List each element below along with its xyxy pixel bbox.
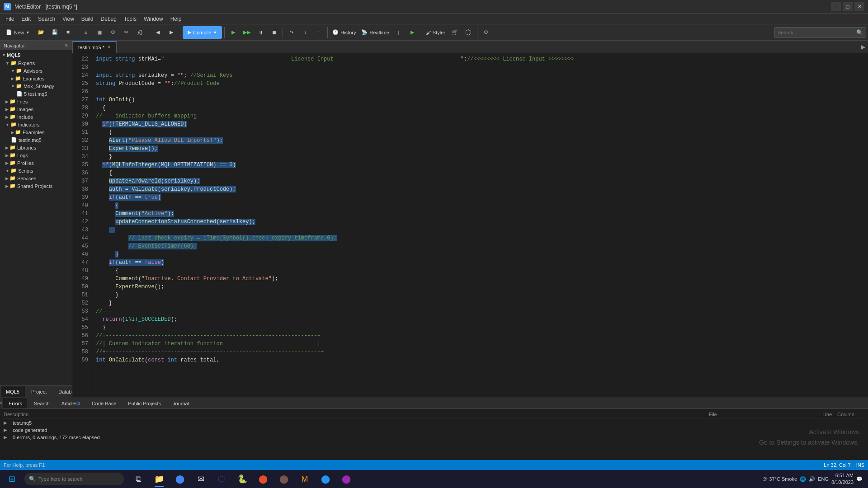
tab-codebase[interactable]: Code Base: [86, 398, 122, 408]
menu-build[interactable]: Build: [78, 15, 97, 23]
styler-button[interactable]: 🖌 Styler: [424, 26, 448, 39]
log-entry-1[interactable]: ▶ test.mq5: [4, 419, 864, 427]
new-button[interactable]: 📄 New ▼: [2, 26, 34, 39]
tab-scroll-arrow[interactable]: ▶: [859, 41, 868, 53]
run-button[interactable]: ▶: [227, 26, 240, 39]
nav-item-services[interactable]: ▶ 📁 Services: [0, 174, 72, 182]
system-clock[interactable]: 6:51 AM 8/10/2023: [831, 472, 854, 486]
tab-public-projects[interactable]: Public Projects: [122, 398, 167, 408]
nav-item-experts[interactable]: ▼ 📁 Experts: [0, 59, 72, 67]
menu-tools[interactable]: Tools: [120, 15, 140, 23]
keyboard-layout[interactable]: ENG: [818, 476, 829, 482]
nav-item-include[interactable]: ▶ 📁 Include: [0, 113, 72, 121]
nav-forward-button[interactable]: ▶: [165, 26, 178, 39]
properties-button[interactable]: ⚙: [480, 26, 492, 39]
taskbar-python[interactable]: 🐍: [232, 470, 252, 488]
toolbar-search[interactable]: 🔍: [774, 27, 866, 38]
save-button[interactable]: 💾: [48, 26, 61, 39]
minimize-button[interactable]: ─: [831, 2, 841, 11]
navigator: Navigator ✕ ▼ MQL5 ▼ 📁 Experts ▼ 📁 Advis…: [0, 41, 72, 397]
action-btn-1[interactable]: ⚙: [107, 26, 119, 39]
nav-item-testin[interactable]: 📄 testin.mq5: [0, 136, 72, 144]
notification-icon[interactable]: 💬: [856, 476, 863, 482]
stop-button[interactable]: ⏹: [268, 26, 280, 39]
tab-close-icon[interactable]: ✕: [107, 45, 111, 50]
taskbar-app3[interactable]: M: [295, 470, 315, 488]
nav-item-mox[interactable]: ▼ 📁 Mox_Strategy: [0, 82, 72, 90]
menu-debug[interactable]: Debug: [97, 15, 120, 23]
navigator-close[interactable]: ✕: [64, 42, 68, 48]
volume-icon: 🔊: [809, 476, 815, 482]
function-btn[interactable]: 𝑓(): [134, 26, 146, 39]
nav-back-button[interactable]: ◀: [151, 26, 164, 39]
menu-file[interactable]: File: [2, 15, 18, 23]
close-file-button[interactable]: ✖: [62, 26, 75, 39]
compile-button[interactable]: ▶ Compile ▼: [183, 26, 222, 39]
tab-errors[interactable]: Errors: [3, 398, 28, 408]
menu-help[interactable]: Help: [167, 15, 185, 23]
nav-item-profiles[interactable]: ▶ 📁 Profiles: [0, 159, 72, 167]
weather-info[interactable]: 🌫 37°C Smoke: [763, 476, 797, 482]
nav-item-files[interactable]: ▶ 📁 Files: [0, 98, 72, 105]
taskbar-app5[interactable]: ⬤: [336, 470, 356, 488]
play2-button[interactable]: ▶: [406, 26, 419, 39]
mql5-button[interactable]: ⬡: [462, 26, 475, 39]
step-into-button[interactable]: ↓: [299, 26, 311, 39]
nav-item-indicators[interactable]: ▼ 📁 Indicators: [0, 121, 72, 128]
nav-item-examples1[interactable]: ▶ 📁 Examples: [0, 75, 72, 82]
log-entry-2[interactable]: ▶ code generated: [4, 427, 864, 434]
close-button[interactable]: ✕: [854, 2, 864, 11]
weather-icon: 🌫: [763, 476, 768, 482]
divider-btn[interactable]: |: [392, 26, 405, 39]
taskbar-mail[interactable]: ✉: [191, 470, 211, 488]
tab-articles[interactable]: Articles3: [56, 398, 86, 408]
start-button[interactable]: ⊞: [2, 470, 22, 488]
nav-item-shared[interactable]: ▶ 📁 Shared Projects: [0, 182, 72, 190]
nav-root-mql5[interactable]: ▼ MQL5: [0, 51, 72, 59]
step-out-button[interactable]: ↑: [312, 26, 325, 39]
maximize-button[interactable]: □: [843, 2, 853, 11]
log-entry-3[interactable]: ▶ 0 errors, 0 warnings, 172 msec elapsed: [4, 434, 864, 441]
libraries-arrow: ▶: [5, 145, 9, 150]
view-toggle-2[interactable]: ▦: [93, 26, 106, 39]
nav-item-logs[interactable]: ▶ 📁 Logs: [0, 151, 72, 159]
taskbar-task-view[interactable]: ⧉: [128, 470, 148, 488]
pause-button[interactable]: ⏸: [254, 26, 267, 39]
realtime-button[interactable]: 📡 Realtime: [359, 26, 391, 39]
action-btn-2[interactable]: ✂: [120, 26, 133, 39]
toolbar-search-input[interactable]: [775, 30, 856, 35]
menu-search[interactable]: Search: [34, 15, 59, 23]
network-icon-item[interactable]: 🌐: [800, 476, 806, 482]
nav-item-examples2[interactable]: ▶ 📁 Examples: [0, 128, 72, 136]
menu-edit[interactable]: Edit: [18, 15, 34, 23]
run-all-button[interactable]: ▶▶: [241, 26, 253, 39]
open-button[interactable]: 📂: [35, 26, 47, 39]
tab-journal[interactable]: Journal: [167, 398, 195, 408]
code-content[interactable]: input string strMA1="-------------------…: [92, 53, 868, 397]
taskbar-app4[interactable]: ⬤: [316, 470, 335, 488]
menu-window[interactable]: Window: [140, 15, 167, 23]
nav-item-images[interactable]: ▶ 📁 Images: [0, 105, 72, 113]
taskbar-search[interactable]: 🔍 Type here to search: [24, 473, 124, 485]
nav-tab-project[interactable]: Project: [25, 386, 52, 397]
volume-icon-item[interactable]: 🔊: [809, 476, 815, 482]
nav-item-advisors[interactable]: ▼ 📁 Advisors: [0, 67, 72, 75]
tab-testin[interactable]: testin.mq5 * ✕: [72, 41, 117, 53]
taskbar-explorer[interactable]: 📁: [149, 470, 169, 488]
code-editor[interactable]: 2223242526272829303132333435363738394041…: [72, 53, 868, 397]
nav-bottom-tabs: MQL5 Project Database: [0, 385, 72, 397]
taskbar-chrome[interactable]: ⬤: [170, 470, 190, 488]
menu-view[interactable]: View: [59, 15, 78, 23]
nav-item-testmq5[interactable]: 📄 5 test.mq5: [0, 90, 72, 98]
nav-item-libraries[interactable]: ▶ 📁 Libraries: [0, 144, 72, 151]
history-button[interactable]: 🕐 History: [330, 26, 358, 39]
step-over-button[interactable]: ↷: [285, 26, 298, 39]
nav-item-scripts[interactable]: ▼ 📁 Scripts: [0, 167, 72, 174]
tab-search[interactable]: Search: [28, 398, 56, 408]
view-toggle-1[interactable]: ≡: [80, 26, 92, 39]
taskbar-vs[interactable]: ⬡: [212, 470, 231, 488]
nav-tab-mql5[interactable]: MQL5: [0, 386, 25, 397]
market-button[interactable]: 🛒: [448, 26, 461, 39]
taskbar-app2[interactable]: ⬤: [274, 470, 294, 488]
taskbar-app1[interactable]: ⬤: [253, 470, 273, 488]
